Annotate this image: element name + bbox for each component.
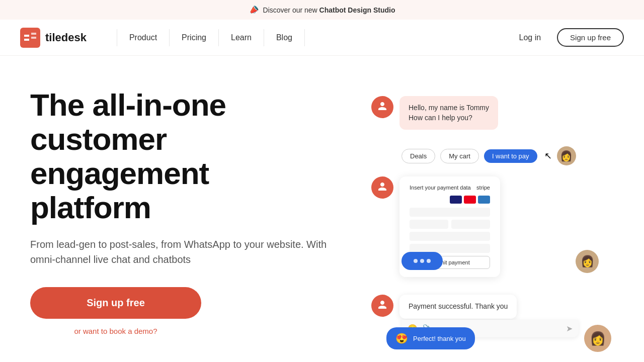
typing-row <box>401 252 443 270</box>
mc-icon <box>464 196 476 204</box>
hero-section: The all-in-one customer engagement platf… <box>0 56 644 357</box>
cvv-field[interactable] <box>451 220 490 229</box>
main-nav: Product Pricing Learn Blog <box>117 29 511 46</box>
user-avatar-small: 👩 <box>557 146 576 165</box>
bot-icon-3 <box>376 300 388 312</box>
hero-right: Hello, my name is TommyHow can I help yo… <box>351 86 614 337</box>
announcement-bar: 📣 Discover our new Chatbot Design Studio <box>0 0 644 20</box>
thankyou-bubble: 😍 Perfect! thank you <box>386 327 475 349</box>
greeting-text: Hello, my name is TommyHow can I help yo… <box>409 103 489 123</box>
nav-blog[interactable]: Blog <box>264 29 305 46</box>
bot-avatar-3 <box>371 295 393 317</box>
typing-bubble <box>401 252 443 270</box>
success-bubble: Payment successful. Thank you <box>399 295 517 319</box>
bot-avatar-2 <box>371 176 393 199</box>
nav-learn[interactable]: Learn <box>219 29 264 46</box>
expiry-field[interactable] <box>410 220 448 229</box>
greeting-bubble: Hello, my name is TommyHow can I help yo… <box>399 96 498 130</box>
amex-icon <box>478 196 490 204</box>
chat-greeting-row: Hello, my name is TommyHow can I help yo… <box>371 96 609 130</box>
header-actions: Log in Sign up free <box>511 28 624 47</box>
user-avatar-medium: 👩 <box>576 250 599 273</box>
card-expiry-row <box>410 220 490 229</box>
hero-subtitle: From lead-gen to post-sales, from WhatsA… <box>30 237 331 267</box>
nav-pricing[interactable]: Pricing <box>170 29 219 46</box>
header: tiledesk Product Pricing Learn Blog Log … <box>0 20 644 56</box>
header-signup-button[interactable]: Sign up free <box>557 28 624 47</box>
pay-button[interactable]: I want to pay <box>484 149 537 163</box>
payment-success-row: Payment successful. Thank you <box>371 295 517 319</box>
hero-title: The all-in-one customer engagement platf… <box>30 88 331 225</box>
visa-icon <box>450 196 462 204</box>
hero-left: The all-in-one customer engagement platf… <box>30 88 351 336</box>
logo-icon <box>20 28 40 48</box>
payment-header: Insert your payment data stripe <box>410 185 490 191</box>
thankyou-text: Perfect! thank you <box>413 335 466 342</box>
cursor-icon: ↖ <box>544 150 552 161</box>
bot-icon-2 <box>376 182 388 194</box>
nav-product[interactable]: Product <box>117 29 170 46</box>
megaphone-icon: 📣 <box>248 4 260 16</box>
svg-rect-0 <box>20 28 40 48</box>
chat-demo: Hello, my name is TommyHow can I help yo… <box>351 86 614 337</box>
dot-2 <box>420 259 424 263</box>
payment-icons <box>410 196 490 204</box>
announcement-text: Discover our new Chatbot Design Studio <box>263 6 395 14</box>
success-text: Payment successful. Thank you <box>409 302 508 310</box>
dot-1 <box>414 259 418 263</box>
send-icon[interactable]: ➤ <box>566 324 573 333</box>
payment-title: Insert your payment data <box>410 185 471 191</box>
logo-text: tiledesk <box>45 31 87 44</box>
hero-signup-button[interactable]: Sign up free <box>30 287 201 319</box>
card-number-field[interactable] <box>410 208 490 217</box>
bot-avatar <box>371 96 393 118</box>
mycart-button[interactable]: My cart <box>440 149 479 163</box>
user-avatar-large: 👩 <box>584 325 611 352</box>
stripe-logo: stripe <box>476 185 490 191</box>
name-field[interactable] <box>410 232 490 241</box>
bot-icon <box>376 101 388 113</box>
demo-link[interactable]: or want to book a demo? <box>30 327 201 335</box>
emoji-face: 😍 <box>395 332 408 344</box>
logo[interactable]: tiledesk <box>20 28 87 48</box>
quick-replies-row: Deals My cart I want to pay ↖ 👩 <box>401 146 576 165</box>
dot-3 <box>427 259 431 263</box>
deals-button[interactable]: Deals <box>401 149 435 163</box>
login-button[interactable]: Log in <box>511 29 549 46</box>
thankyou-row: 😍 Perfect! thank you <box>386 327 475 349</box>
